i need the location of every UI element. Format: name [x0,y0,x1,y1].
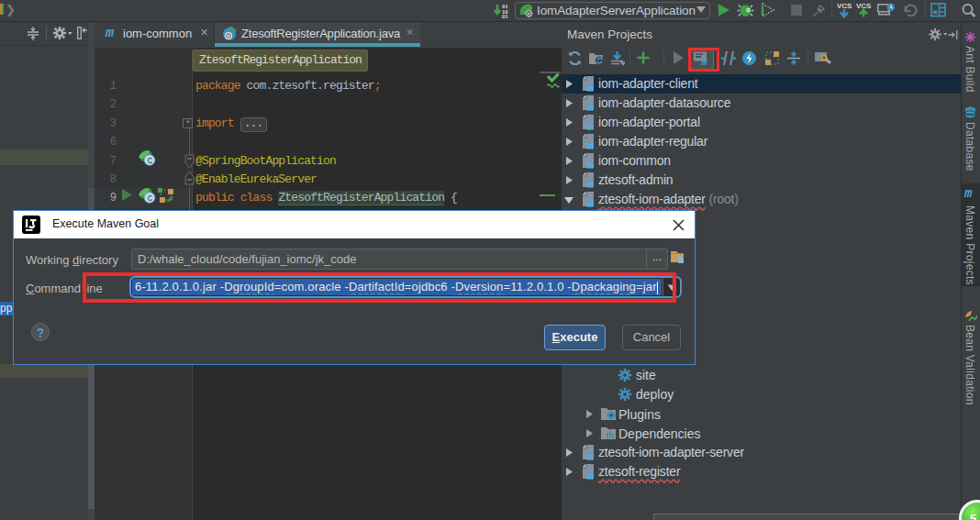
svg-text:VCS: VCS [837,2,852,10]
svg-text:m: m [586,83,594,93]
svg-text:m: m [586,199,594,208]
svg-text:m: m [586,141,594,150]
svg-text:m: m [586,180,594,189]
svg-text:m: m [586,103,594,112]
svg-text:m: m [586,160,594,170]
svg-text:m: m [586,452,594,461]
svg-text:m: m [586,122,594,131]
svg-text:01: 01 [502,14,508,18]
svg-text:m: m [586,471,594,481]
